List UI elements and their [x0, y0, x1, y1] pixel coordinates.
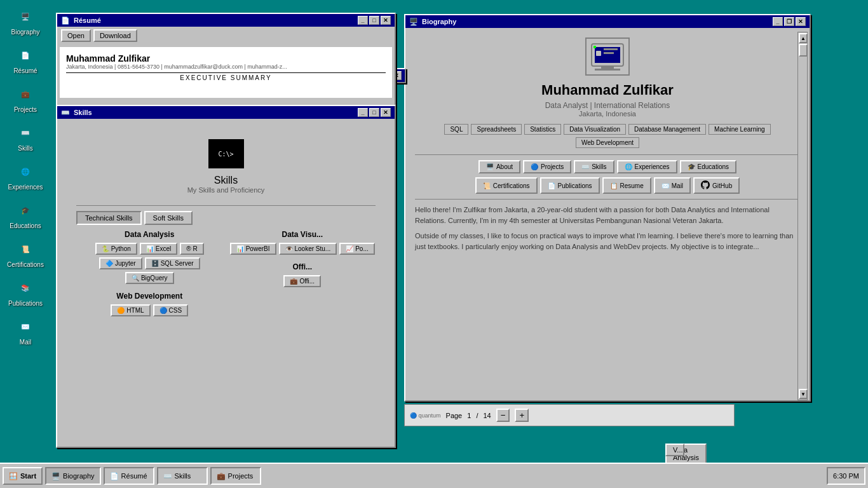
svg-rect-4	[595, 69, 620, 71]
nav-mail-btn[interactable]: ✉️Mail	[654, 177, 691, 194]
desktop-icon-projects[interactable]: 💼 Projects	[3, 84, 48, 113]
skill-jupyter[interactable]: 🔷 Jupyter	[99, 257, 142, 269]
skill-r[interactable]: ® R	[180, 243, 204, 255]
skills-tabs: Technical Skills Soft Skills	[64, 211, 388, 230]
skill-office[interactable]: 💼 Offi...	[283, 275, 321, 287]
taskbar-projects-icon: 💼	[217, 472, 226, 480]
desktop-icon-skills[interactable]: ⌨️ Skills	[3, 123, 48, 152]
taskbar-skills-icon: ⌨️	[163, 472, 172, 480]
skills-title-icon: ⌨️	[61, 109, 70, 117]
desktop-icon-biography[interactable]: 🖥️ Biography	[3, 6, 48, 36]
data-analysis-buttons: 🐍 Python 📊 Excel ® R 🔷 Jupyter 🗄️ SQL Se…	[76, 243, 223, 284]
office-buttons: 💼 Offi...	[229, 275, 376, 287]
desktop-icon-resume[interactable]: 📄 Résumé	[3, 45, 48, 74]
tag-webdev[interactable]: Web Development	[576, 137, 639, 148]
nav-experiences-btn[interactable]: 🌐Experiences	[617, 160, 677, 173]
svg-rect-3	[601, 66, 614, 69]
start-button[interactable]: 🪟 Start	[3, 467, 43, 485]
taskbar-biography-icon: 🖥️	[51, 472, 60, 480]
skills-minimize-btn[interactable]: _	[358, 108, 368, 117]
projects-icon: 💼	[15, 84, 36, 104]
skills-maximize-btn[interactable]: □	[369, 108, 379, 117]
start-windows-icon: 🪟	[9, 472, 18, 480]
svg-rect-5	[596, 51, 601, 56]
skills-window: ⌨️ Skills _ □ ✕ C:\> Skills My Skills an…	[56, 105, 396, 448]
projects-icon-label: Projects	[14, 106, 37, 113]
skill-looker[interactable]: 👁️ Looker Stu...	[279, 243, 337, 255]
data-analysis-title: Data Analysis	[76, 230, 223, 239]
tag-dbmgmt[interactable]: Database Management	[628, 124, 706, 135]
svg-rect-7	[604, 52, 614, 54]
bio-nav-row1: 🖥️About 🔵Projects ⌨️Skills 🌐Experiences …	[415, 160, 800, 173]
v-tab[interactable]: V...	[665, 444, 684, 456]
skill-sqlserver[interactable]: 🗄️ SQL Server	[145, 257, 200, 269]
nav-resume-btn[interactable]: 📋Resume	[602, 177, 651, 194]
biography-content: Muhammad Zulfikar Data Analyst | Interna…	[405, 28, 810, 397]
download-button[interactable]: Download	[93, 29, 137, 42]
biography-title-text: Biography	[422, 18, 456, 25]
tab-soft-skills[interactable]: Soft Skills	[144, 211, 193, 225]
skill-powerbi[interactable]: 📊 PowerBI	[230, 243, 276, 255]
skill-bigquery[interactable]: 🔍 BigQuery	[125, 272, 174, 284]
mail-icon-label: Mail	[20, 339, 31, 346]
taskbar-item-projects[interactable]: 💼 Projects	[210, 467, 261, 485]
data-viz-category: Data Visu... 📊 PowerBI 👁️ Looker Stu... …	[229, 230, 376, 316]
tag-spreadsheets[interactable]: Spreadsheets	[471, 124, 522, 135]
pdf-page-label: Page	[446, 412, 463, 419]
nav-skills-btn[interactable]: ⌨️Skills	[574, 160, 614, 173]
pdf-zoom-out-btn[interactable]: −	[496, 409, 510, 422]
bio-nav-row2: 📜Certifications 📄Publications 📋Resume ✉️…	[415, 177, 800, 194]
bio-location: Jakarta, Indonesia	[415, 110, 800, 118]
skill-po[interactable]: 📈 Po...	[339, 243, 375, 255]
taskbar-item-biography[interactable]: 🖥️ Biography	[45, 467, 101, 485]
taskbar: 🪟 Start 🖥️ Biography 📄 Résumé ⌨️ Skills …	[0, 463, 868, 488]
scroll-thumb[interactable]	[799, 44, 808, 57]
data-analysis-category: Data Analysis 🐍 Python 📊 Excel ® R 🔷 Jup…	[76, 230, 223, 316]
skill-css[interactable]: 🔵 CSS	[153, 304, 189, 316]
pdf-logo: 🔵 quantum	[410, 412, 441, 419]
skill-excel[interactable]: 📊 Excel	[140, 243, 177, 255]
scroll-down-btn[interactable]: ▼	[799, 389, 808, 399]
desktop-icon-certifications[interactable]: 📜 Certifications	[3, 239, 48, 268]
biography-close-btn[interactable]: ✕	[796, 17, 806, 26]
bio-divider-2	[415, 199, 800, 200]
resume-close-btn[interactable]: ✕	[381, 16, 391, 25]
tag-sql[interactable]: SQL	[444, 124, 468, 135]
desktop-icon-mail[interactable]: ✉️ Mail	[3, 316, 48, 346]
desktop-icon-educations[interactable]: 🎓 Educations	[3, 200, 48, 229]
scroll-up-btn[interactable]: ▲	[799, 33, 808, 43]
tag-dataviz[interactable]: Data Visualization	[564, 124, 626, 135]
pdf-zoom-in-btn[interactable]: +	[515, 409, 529, 422]
resume-maximize-btn[interactable]: □	[369, 16, 379, 25]
tag-ml[interactable]: Machine Learning	[709, 124, 771, 135]
nav-projects-btn[interactable]: 🔵Projects	[523, 160, 571, 173]
biography-scrollbar[interactable]: ▲ ▼	[797, 32, 808, 400]
resume-document: Muhammad Zulfikar Jakarta, Indonesia | 0…	[60, 47, 392, 98]
tab-technical-skills[interactable]: Technical Skills	[76, 211, 142, 225]
nav-github-btn[interactable]: GitHub	[693, 177, 740, 194]
desktop-icon-experiences[interactable]: 🌐 Experiences	[3, 161, 48, 191]
biography-window: 🖥️ Biography _ ❐ ✕ M	[404, 14, 811, 402]
resume-toolbar: Open Download	[57, 27, 395, 44]
experiences-icon: 🌐	[15, 161, 36, 182]
taskbar-resume-icon: 📄	[110, 472, 119, 480]
biography-restore-btn[interactable]: ❐	[784, 17, 794, 26]
taskbar-item-resume[interactable]: 📄 Résumé	[104, 467, 154, 485]
nav-educations-btn[interactable]: 🎓Educations	[680, 160, 736, 173]
skill-html[interactable]: 🟠 HTML	[111, 304, 150, 316]
nav-certifications-btn[interactable]: 📜Certifications	[475, 177, 538, 194]
avatar-icon	[585, 37, 630, 76]
bio-avatar	[415, 37, 800, 76]
svg-rect-6	[604, 48, 618, 50]
tag-statistics[interactable]: Statistics	[524, 124, 561, 135]
nav-about-btn[interactable]: 🖥️About	[478, 160, 520, 173]
resume-minimize-btn[interactable]: _	[358, 16, 368, 25]
skill-python[interactable]: 🐍 Python	[95, 243, 137, 255]
open-button[interactable]: Open	[61, 29, 91, 42]
biography-minimize-btn[interactable]: _	[773, 17, 783, 26]
taskbar-item-skills[interactable]: ⌨️ Skills	[157, 467, 208, 485]
desktop-icon-publications[interactable]: 📚 Publications	[3, 278, 48, 307]
skills-close-btn[interactable]: ✕	[381, 108, 391, 117]
nav-publications-btn[interactable]: 📄Publications	[540, 177, 600, 194]
certifications-icon-label: Certifications	[7, 261, 44, 268]
